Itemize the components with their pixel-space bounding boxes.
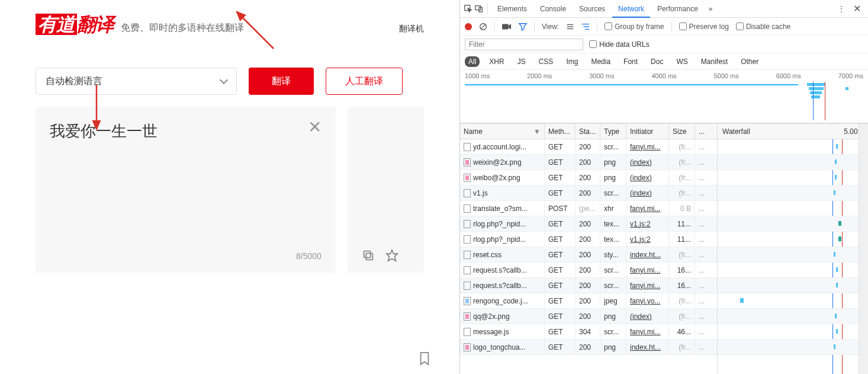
- request-type: png: [600, 170, 626, 185]
- col-name[interactable]: Name▼: [460, 124, 545, 139]
- request-initiator[interactable]: index.ht...: [626, 247, 669, 262]
- target-text-box: [348, 107, 424, 273]
- timeline-tick: 3000 ms: [589, 72, 614, 79]
- nav-translator-device[interactable]: 翻译机: [399, 24, 424, 34]
- scrollbar[interactable]: [859, 124, 868, 374]
- tab-elements[interactable]: Elements: [491, 0, 533, 18]
- human-translate-button[interactable]: 人工翻译: [326, 68, 403, 95]
- request-initiator[interactable]: fanyi.mi...: [626, 324, 669, 339]
- request-more: ...: [695, 155, 706, 170]
- tab-console[interactable]: Console: [534, 0, 572, 18]
- request-row[interactable]: reset.cssGET200sty...index.ht...(fr.....…: [460, 247, 717, 263]
- request-size: 11...: [669, 216, 695, 231]
- request-row[interactable]: rlog.php?_npid...GET200tex...v1.js:211..…: [460, 216, 717, 232]
- timeline-tick: 6000 ms: [776, 72, 801, 79]
- col-more[interactable]: ...: [695, 124, 706, 139]
- type-filter-font[interactable]: Font: [620, 56, 641, 67]
- timeline-tick: 2000 ms: [527, 72, 552, 79]
- preserve-log-checkbox[interactable]: Preserve log: [679, 23, 729, 31]
- request-row[interactable]: yd.account.logi...GET200scr...fanyi.mi..…: [460, 139, 717, 155]
- clear-input-button[interactable]: ✕: [308, 117, 322, 137]
- request-name: rengong_code.j...: [473, 297, 528, 305]
- disable-cache-checkbox[interactable]: Disable cache: [736, 23, 790, 31]
- type-filter-all[interactable]: All: [465, 56, 480, 67]
- star-icon[interactable]: [385, 249, 398, 262]
- request-row[interactable]: rlog.php?_npid...GET200tex...v1.js:211..…: [460, 232, 717, 247]
- svg-marker-2: [387, 250, 397, 261]
- filter-icon[interactable]: [519, 23, 527, 31]
- type-filter-other[interactable]: Other: [737, 56, 762, 67]
- language-select[interactable]: 自动检测语言: [36, 68, 237, 95]
- waterfall-row: [718, 293, 868, 309]
- col-status[interactable]: Sta...: [576, 124, 600, 139]
- request-size: 16...: [669, 278, 695, 293]
- request-row[interactable]: logo_tongchua...GET200pngindex.ht...(fr.…: [460, 340, 717, 355]
- devtools-close-button[interactable]: ✕: [850, 3, 864, 14]
- device-toggle-icon[interactable]: [474, 4, 484, 14]
- request-method: GET: [545, 186, 576, 200]
- copy-icon[interactable]: [362, 249, 375, 262]
- request-row[interactable]: request.s?callb...GET200scr...fanyi.mi..…: [460, 263, 717, 278]
- filter-input[interactable]: [465, 39, 583, 50]
- request-initiator[interactable]: (index): [626, 309, 669, 324]
- request-more: ...: [695, 201, 706, 216]
- request-row[interactable]: translate_o?sm...POST(pe...xhrfanyi.mi..…: [460, 201, 717, 216]
- type-filter-media[interactable]: Media: [587, 56, 614, 67]
- network-timeline[interactable]: 1000 ms2000 ms3000 ms4000 ms5000 ms6000 …: [460, 70, 868, 123]
- waterfall-row: [718, 155, 868, 170]
- type-filter-css[interactable]: CSS: [535, 56, 557, 67]
- request-row[interactable]: rengong_code.j...GET200jpegfanyi.yo...(f…: [460, 293, 717, 309]
- file-icon: [464, 328, 471, 336]
- col-type[interactable]: Type: [600, 124, 626, 139]
- request-initiator[interactable]: fanyi.mi...: [626, 139, 669, 154]
- col-initiator[interactable]: Initiator: [626, 124, 669, 139]
- bookmark-icon[interactable]: [418, 351, 431, 368]
- devtools-menu-icon[interactable]: ⋮: [834, 5, 848, 13]
- request-initiator[interactable]: (index): [626, 155, 669, 170]
- clear-button[interactable]: [479, 23, 487, 31]
- request-method: GET: [545, 324, 576, 339]
- type-filter-xhr[interactable]: XHR: [486, 56, 507, 67]
- camera-icon[interactable]: [502, 23, 512, 31]
- request-initiator[interactable]: index.ht...: [626, 340, 669, 354]
- request-row[interactable]: request.s?callb...GET200scr...fanyi.mi..…: [460, 278, 717, 293]
- tabs-overflow-icon[interactable]: »: [705, 5, 716, 13]
- col-waterfall[interactable]: Waterfall 5.00 s: [718, 124, 868, 139]
- view-list-icon[interactable]: [566, 23, 574, 31]
- view-large-icon[interactable]: [581, 23, 590, 31]
- tab-sources[interactable]: Sources: [573, 0, 611, 18]
- network-request-grid: Name▼ Meth... Sta... Type Initiator Size…: [460, 123, 868, 374]
- type-filter-ws[interactable]: WS: [673, 56, 691, 67]
- request-initiator[interactable]: fanyi.yo...: [626, 293, 669, 308]
- request-initiator[interactable]: (index): [626, 170, 669, 185]
- tab-performance[interactable]: Performance: [651, 0, 704, 18]
- request-more: ...: [695, 293, 706, 308]
- translate-button[interactable]: 翻译: [249, 68, 314, 95]
- request-initiator[interactable]: v1.js:2: [626, 216, 669, 231]
- col-size[interactable]: Size: [669, 124, 695, 139]
- hide-data-urls-checkbox[interactable]: Hide data URLs: [589, 40, 650, 49]
- record-button[interactable]: [465, 23, 472, 30]
- source-text-box[interactable]: 我爱你一生一世 ✕ 8/5000: [36, 107, 336, 273]
- inspect-icon[interactable]: [464, 4, 473, 14]
- request-initiator[interactable]: fanyi.mi...: [626, 201, 669, 216]
- request-row[interactable]: qq@2x.pngGET200png(index)(fr......: [460, 309, 717, 324]
- svg-rect-8: [502, 24, 509, 29]
- type-filter-doc[interactable]: Doc: [647, 56, 667, 67]
- type-filter-img[interactable]: Img: [562, 56, 581, 67]
- request-initiator[interactable]: fanyi.mi...: [626, 263, 669, 277]
- request-method: GET: [545, 247, 576, 262]
- group-by-frame-checkbox[interactable]: Group by frame: [605, 23, 664, 31]
- request-name: reset.css: [473, 251, 501, 259]
- request-row[interactable]: v1.jsGET200scr...(index)(fr......: [460, 186, 717, 201]
- request-initiator[interactable]: (index): [626, 186, 669, 200]
- type-filter-js[interactable]: JS: [514, 56, 529, 67]
- request-row[interactable]: message.jsGET304scr...fanyi.mi...46.....…: [460, 324, 717, 340]
- request-initiator[interactable]: v1.js:2: [626, 232, 669, 247]
- col-method[interactable]: Meth...: [545, 124, 576, 139]
- type-filter-manifest[interactable]: Manifest: [697, 56, 731, 67]
- request-row[interactable]: weixin@2x.pngGET200png(index)(fr......: [460, 155, 717, 170]
- tab-network[interactable]: Network: [612, 0, 650, 18]
- request-initiator[interactable]: fanyi.mi...: [626, 278, 669, 293]
- request-row[interactable]: weibo@2x.pngGET200png(index)(fr......: [460, 170, 717, 186]
